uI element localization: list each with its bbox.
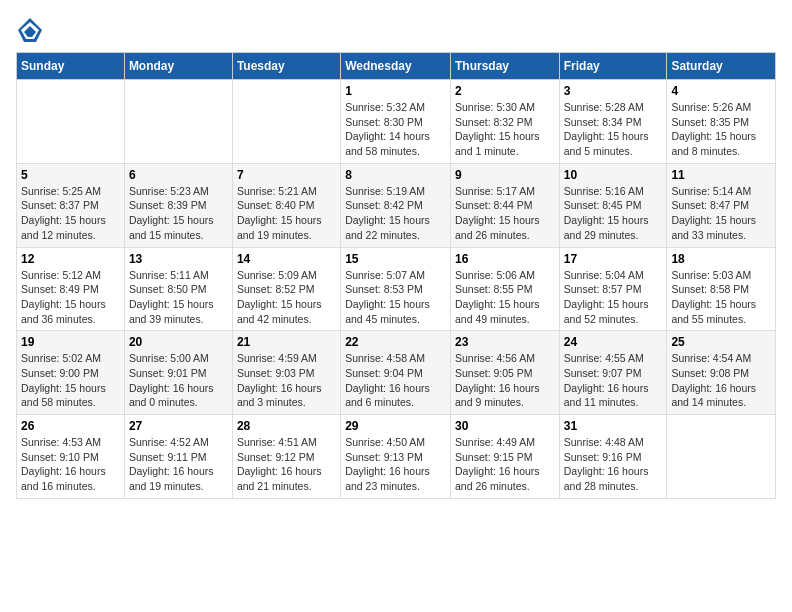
day-number: 3 [564, 84, 663, 98]
calendar-cell: 19Sunrise: 5:02 AM Sunset: 9:00 PM Dayli… [17, 331, 125, 415]
day-info: Sunrise: 4:49 AM Sunset: 9:15 PM Dayligh… [455, 435, 555, 494]
day-info: Sunrise: 4:51 AM Sunset: 9:12 PM Dayligh… [237, 435, 336, 494]
calendar-cell: 27Sunrise: 4:52 AM Sunset: 9:11 PM Dayli… [124, 415, 232, 499]
calendar-cell: 23Sunrise: 4:56 AM Sunset: 9:05 PM Dayli… [450, 331, 559, 415]
calendar-cell: 24Sunrise: 4:55 AM Sunset: 9:07 PM Dayli… [559, 331, 667, 415]
day-info: Sunrise: 5:25 AM Sunset: 8:37 PM Dayligh… [21, 184, 120, 243]
calendar-cell: 6Sunrise: 5:23 AM Sunset: 8:39 PM Daylig… [124, 163, 232, 247]
calendar-header-row: SundayMondayTuesdayWednesdayThursdayFrid… [17, 53, 776, 80]
calendar-cell: 22Sunrise: 4:58 AM Sunset: 9:04 PM Dayli… [341, 331, 451, 415]
day-info: Sunrise: 4:55 AM Sunset: 9:07 PM Dayligh… [564, 351, 663, 410]
calendar-cell: 31Sunrise: 4:48 AM Sunset: 9:16 PM Dayli… [559, 415, 667, 499]
day-info: Sunrise: 5:06 AM Sunset: 8:55 PM Dayligh… [455, 268, 555, 327]
calendar-cell: 12Sunrise: 5:12 AM Sunset: 8:49 PM Dayli… [17, 247, 125, 331]
day-info: Sunrise: 5:07 AM Sunset: 8:53 PM Dayligh… [345, 268, 446, 327]
day-info: Sunrise: 5:30 AM Sunset: 8:32 PM Dayligh… [455, 100, 555, 159]
day-info: Sunrise: 5:28 AM Sunset: 8:34 PM Dayligh… [564, 100, 663, 159]
calendar-cell: 14Sunrise: 5:09 AM Sunset: 8:52 PM Dayli… [232, 247, 340, 331]
day-number: 31 [564, 419, 663, 433]
calendar: SundayMondayTuesdayWednesdayThursdayFrid… [16, 52, 776, 499]
calendar-cell: 4Sunrise: 5:26 AM Sunset: 8:35 PM Daylig… [667, 80, 776, 164]
day-info: Sunrise: 5:19 AM Sunset: 8:42 PM Dayligh… [345, 184, 446, 243]
calendar-week-4: 19Sunrise: 5:02 AM Sunset: 9:00 PM Dayli… [17, 331, 776, 415]
calendar-cell: 7Sunrise: 5:21 AM Sunset: 8:40 PM Daylig… [232, 163, 340, 247]
logo [16, 16, 48, 44]
day-info: Sunrise: 5:02 AM Sunset: 9:00 PM Dayligh… [21, 351, 120, 410]
calendar-cell: 29Sunrise: 4:50 AM Sunset: 9:13 PM Dayli… [341, 415, 451, 499]
day-number: 8 [345, 168, 446, 182]
calendar-cell: 2Sunrise: 5:30 AM Sunset: 8:32 PM Daylig… [450, 80, 559, 164]
calendar-cell: 1Sunrise: 5:32 AM Sunset: 8:30 PM Daylig… [341, 80, 451, 164]
calendar-cell: 20Sunrise: 5:00 AM Sunset: 9:01 PM Dayli… [124, 331, 232, 415]
logo-icon [16, 16, 44, 44]
day-number: 12 [21, 252, 120, 266]
day-info: Sunrise: 5:00 AM Sunset: 9:01 PM Dayligh… [129, 351, 228, 410]
calendar-week-3: 12Sunrise: 5:12 AM Sunset: 8:49 PM Dayli… [17, 247, 776, 331]
day-info: Sunrise: 5:09 AM Sunset: 8:52 PM Dayligh… [237, 268, 336, 327]
calendar-cell: 26Sunrise: 4:53 AM Sunset: 9:10 PM Dayli… [17, 415, 125, 499]
day-info: Sunrise: 5:16 AM Sunset: 8:45 PM Dayligh… [564, 184, 663, 243]
calendar-cell: 30Sunrise: 4:49 AM Sunset: 9:15 PM Dayli… [450, 415, 559, 499]
day-number: 29 [345, 419, 446, 433]
day-info: Sunrise: 4:53 AM Sunset: 9:10 PM Dayligh… [21, 435, 120, 494]
calendar-cell: 8Sunrise: 5:19 AM Sunset: 8:42 PM Daylig… [341, 163, 451, 247]
day-number: 22 [345, 335, 446, 349]
calendar-cell [17, 80, 125, 164]
day-number: 23 [455, 335, 555, 349]
day-info: Sunrise: 5:03 AM Sunset: 8:58 PM Dayligh… [671, 268, 771, 327]
day-number: 4 [671, 84, 771, 98]
calendar-cell: 3Sunrise: 5:28 AM Sunset: 8:34 PM Daylig… [559, 80, 667, 164]
day-info: Sunrise: 5:11 AM Sunset: 8:50 PM Dayligh… [129, 268, 228, 327]
day-info: Sunrise: 5:26 AM Sunset: 8:35 PM Dayligh… [671, 100, 771, 159]
day-info: Sunrise: 4:52 AM Sunset: 9:11 PM Dayligh… [129, 435, 228, 494]
calendar-cell: 13Sunrise: 5:11 AM Sunset: 8:50 PM Dayli… [124, 247, 232, 331]
day-info: Sunrise: 4:58 AM Sunset: 9:04 PM Dayligh… [345, 351, 446, 410]
day-number: 24 [564, 335, 663, 349]
day-number: 17 [564, 252, 663, 266]
day-number: 20 [129, 335, 228, 349]
calendar-cell: 9Sunrise: 5:17 AM Sunset: 8:44 PM Daylig… [450, 163, 559, 247]
day-number: 11 [671, 168, 771, 182]
day-number: 14 [237, 252, 336, 266]
calendar-cell: 25Sunrise: 4:54 AM Sunset: 9:08 PM Dayli… [667, 331, 776, 415]
day-info: Sunrise: 5:32 AM Sunset: 8:30 PM Dayligh… [345, 100, 446, 159]
header-sunday: Sunday [17, 53, 125, 80]
day-info: Sunrise: 5:23 AM Sunset: 8:39 PM Dayligh… [129, 184, 228, 243]
day-number: 25 [671, 335, 771, 349]
calendar-week-2: 5Sunrise: 5:25 AM Sunset: 8:37 PM Daylig… [17, 163, 776, 247]
calendar-cell: 17Sunrise: 5:04 AM Sunset: 8:57 PM Dayli… [559, 247, 667, 331]
day-info: Sunrise: 4:59 AM Sunset: 9:03 PM Dayligh… [237, 351, 336, 410]
day-info: Sunrise: 5:17 AM Sunset: 8:44 PM Dayligh… [455, 184, 555, 243]
page-header [16, 16, 776, 44]
header-wednesday: Wednesday [341, 53, 451, 80]
day-number: 5 [21, 168, 120, 182]
calendar-cell: 28Sunrise: 4:51 AM Sunset: 9:12 PM Dayli… [232, 415, 340, 499]
calendar-cell [124, 80, 232, 164]
day-number: 9 [455, 168, 555, 182]
day-info: Sunrise: 5:04 AM Sunset: 8:57 PM Dayligh… [564, 268, 663, 327]
calendar-cell: 11Sunrise: 5:14 AM Sunset: 8:47 PM Dayli… [667, 163, 776, 247]
calendar-cell [232, 80, 340, 164]
calendar-cell: 18Sunrise: 5:03 AM Sunset: 8:58 PM Dayli… [667, 247, 776, 331]
day-info: Sunrise: 5:14 AM Sunset: 8:47 PM Dayligh… [671, 184, 771, 243]
header-monday: Monday [124, 53, 232, 80]
day-number: 1 [345, 84, 446, 98]
calendar-cell [667, 415, 776, 499]
calendar-cell: 15Sunrise: 5:07 AM Sunset: 8:53 PM Dayli… [341, 247, 451, 331]
calendar-cell: 5Sunrise: 5:25 AM Sunset: 8:37 PM Daylig… [17, 163, 125, 247]
day-number: 10 [564, 168, 663, 182]
day-info: Sunrise: 4:50 AM Sunset: 9:13 PM Dayligh… [345, 435, 446, 494]
day-number: 21 [237, 335, 336, 349]
day-info: Sunrise: 4:54 AM Sunset: 9:08 PM Dayligh… [671, 351, 771, 410]
calendar-week-1: 1Sunrise: 5:32 AM Sunset: 8:30 PM Daylig… [17, 80, 776, 164]
day-number: 13 [129, 252, 228, 266]
calendar-cell: 21Sunrise: 4:59 AM Sunset: 9:03 PM Dayli… [232, 331, 340, 415]
calendar-cell: 10Sunrise: 5:16 AM Sunset: 8:45 PM Dayli… [559, 163, 667, 247]
day-number: 26 [21, 419, 120, 433]
day-number: 16 [455, 252, 555, 266]
day-info: Sunrise: 4:56 AM Sunset: 9:05 PM Dayligh… [455, 351, 555, 410]
day-number: 19 [21, 335, 120, 349]
day-info: Sunrise: 5:21 AM Sunset: 8:40 PM Dayligh… [237, 184, 336, 243]
day-number: 27 [129, 419, 228, 433]
header-tuesday: Tuesday [232, 53, 340, 80]
